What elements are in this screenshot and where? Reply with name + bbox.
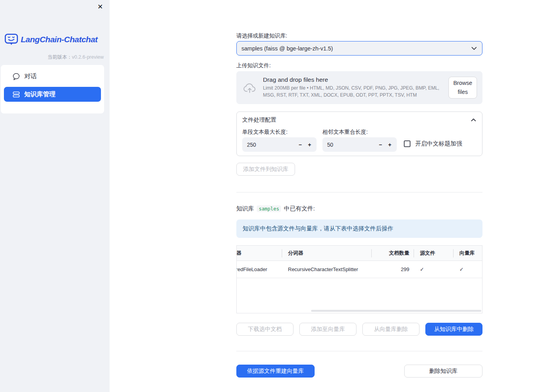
- overlap-value: 50: [322, 142, 376, 148]
- browse-files-button[interactable]: Browse files: [448, 77, 477, 99]
- cell-doc-count: 299: [371, 261, 414, 278]
- delete-from-vectorstore-button[interactable]: 从向量库删除: [362, 323, 419, 336]
- version-label: 当前版本：: [47, 54, 72, 60]
- rebuild-vectorstore-button[interactable]: 依据源文件重建向量库: [236, 365, 315, 378]
- download-selected-button[interactable]: 下载选中文档: [236, 323, 293, 336]
- logo-chat-smiley-icon: [5, 34, 18, 45]
- sidebar-menu: 对话 知识库管理: [1, 65, 104, 113]
- decrement-icon[interactable]: −: [376, 142, 385, 148]
- table-row[interactable]: UnstructuredFileLoader RecursiveCharacte…: [237, 261, 482, 278]
- stack-icon: [13, 91, 20, 98]
- check-icon: ✓: [459, 266, 464, 272]
- sidebar-close-button[interactable]: ✕: [95, 2, 105, 12]
- delete-from-kb-button[interactable]: 从知识库中删除: [425, 323, 482, 336]
- info-banner: 知识库中包含源文件与向量库，请从下表中选择文件后操作: [236, 219, 482, 238]
- sidebar-item-chat[interactable]: 对话: [4, 69, 101, 84]
- cloud-upload-icon: [243, 82, 257, 94]
- decrement-icon[interactable]: −: [295, 142, 305, 148]
- info-text: 知识库中包含源文件与向量库，请从下表中选择文件后操作: [243, 225, 393, 232]
- cell-loader: UnstructuredFileLoader: [237, 261, 282, 278]
- column-header-doc-count: 文档数量: [371, 246, 414, 261]
- table-header: 文档加载器 分词器 文档数量 源文件 向量库: [237, 246, 482, 261]
- cell-splitter: RecursiveCharacterTextSplitter: [282, 261, 371, 278]
- dropzone-text: Drag and drop files here Limit 200MB per…: [263, 76, 448, 99]
- divider: [236, 192, 482, 192]
- chevron-up-icon: [470, 117, 477, 122]
- add-to-vectorstore-button[interactable]: 添加至向量库: [299, 323, 356, 336]
- column-header-splitter: 分词器: [282, 246, 371, 261]
- version-line: 当前版本：v0.2.6-preview: [47, 54, 104, 61]
- app-root: ✕ LangChain-Chatchat 当前版本：v0.2.6-preview: [0, 0, 540, 392]
- delete-kb-button[interactable]: 删除知识库: [404, 365, 482, 378]
- kb-select[interactable]: samples (faiss @ bge-large-zh-v1.5): [236, 41, 482, 56]
- files-line-prefix: 知识库: [236, 205, 254, 212]
- checkbox-label: 开启中文标题加强: [415, 140, 462, 147]
- increment-icon[interactable]: +: [305, 142, 314, 148]
- horizontal-scrollbar[interactable]: [311, 310, 481, 312]
- checkbox-icon[interactable]: [404, 140, 410, 147]
- sidebar: ✕ LangChain-Chatchat 当前版本：v0.2.6-preview: [0, 0, 110, 392]
- column-separator: [414, 249, 414, 257]
- kb-name-code: samples: [257, 205, 281, 212]
- overlap-label: 相邻文本重合长度:: [322, 129, 368, 136]
- logo: LangChain-Chatchat: [5, 34, 97, 45]
- files-table[interactable]: 文档加载器 分词器 文档数量 源文件 向量库: [236, 245, 482, 313]
- chunk-size-label: 单段文本最大长度:: [242, 129, 288, 136]
- column-header-vector-store: 向量库: [453, 246, 483, 261]
- version-value: v0.2.6-preview: [72, 54, 104, 60]
- cell-source-file-check: ✓: [414, 261, 453, 278]
- kb-select-label: 请选择或新建知识库:: [236, 32, 287, 40]
- main-content: 请选择或新建知识库: samples (faiss @ bge-large-zh…: [236, 0, 482, 392]
- files-line-suffix: 中已有文件:: [284, 205, 315, 212]
- logo-text: LangChain-Chatchat: [21, 35, 97, 44]
- file-dropzone[interactable]: Drag and drop files here Limit 200MB per…: [236, 71, 482, 104]
- chunk-size-value: 250: [242, 142, 295, 148]
- kb-select-value: samples (faiss @ bge-large-zh-v1.5): [241, 45, 471, 52]
- column-separator: [282, 249, 282, 257]
- column-separator: [453, 249, 454, 257]
- zh-title-enhance-checkbox[interactable]: 开启中文标题加强: [404, 140, 462, 147]
- chat-bubble-icon: [13, 73, 20, 80]
- check-icon: ✓: [420, 266, 424, 272]
- file-config-expander: 文件处理配置 单段文本最大长度: 相邻文本重合长度: 250 − + 50 − …: [236, 111, 482, 156]
- dropzone-hint: Limit 200MB per file • HTML, MD, JSON, C…: [263, 85, 448, 99]
- add-files-button[interactable]: 添加文件到知识库: [236, 163, 295, 176]
- column-header-source-file: 源文件: [414, 246, 453, 261]
- expander-title: 文件处理配置: [242, 116, 276, 124]
- existing-files-heading: 知识库 samples 中已有文件:: [236, 205, 315, 212]
- dropzone-title: Drag and drop files here: [263, 76, 448, 83]
- uploader-label: 上传知识文件:: [236, 62, 271, 69]
- sidebar-item-label: 对话: [24, 72, 37, 81]
- cell-vector-store-check: ✓: [453, 261, 483, 278]
- increment-icon[interactable]: +: [385, 142, 394, 148]
- divider: [236, 351, 482, 351]
- overlap-input[interactable]: 50 − +: [322, 137, 397, 152]
- sidebar-item-label: 知识库管理: [24, 90, 56, 99]
- chunk-size-input[interactable]: 250 − +: [242, 137, 317, 152]
- column-separator: [371, 249, 372, 257]
- sidebar-item-knowledge-base[interactable]: 知识库管理: [4, 87, 101, 102]
- chevron-down-icon: [471, 45, 477, 51]
- expander-header[interactable]: 文件处理配置: [237, 112, 482, 128]
- column-header-loader: 文档加载器: [237, 246, 282, 261]
